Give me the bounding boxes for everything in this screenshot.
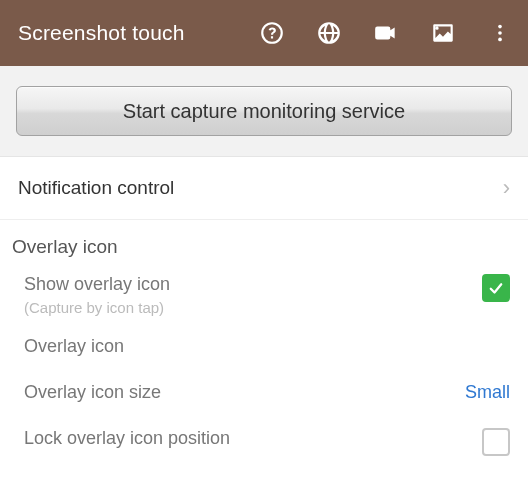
overlay-icon-setting[interactable]: Overlay icon bbox=[0, 326, 528, 372]
notification-control-row[interactable]: Notification control › bbox=[0, 157, 528, 220]
globe-icon[interactable] bbox=[315, 19, 343, 47]
chevron-right-icon: › bbox=[503, 175, 510, 201]
more-vert-icon[interactable] bbox=[486, 19, 514, 47]
overlay-icon-label: Overlay icon bbox=[24, 336, 124, 357]
overlay-section-header: Overlay icon bbox=[0, 220, 528, 264]
image-icon[interactable] bbox=[429, 19, 457, 47]
app-bar: Screenshot touch bbox=[0, 0, 528, 66]
overlay-icon-size-label: Overlay icon size bbox=[24, 382, 161, 403]
show-overlay-checkbox[interactable] bbox=[482, 274, 510, 302]
start-capture-button[interactable]: Start capture monitoring service bbox=[16, 86, 512, 136]
notification-control-label: Notification control bbox=[18, 177, 174, 199]
help-circle-icon[interactable] bbox=[258, 19, 286, 47]
lock-overlay-position-checkbox[interactable] bbox=[482, 428, 510, 456]
show-overlay-label: Show overlay icon bbox=[24, 274, 170, 295]
lock-overlay-position-setting[interactable]: Lock overlay icon position bbox=[0, 418, 528, 466]
app-bar-actions bbox=[258, 19, 514, 47]
svg-point-0 bbox=[498, 25, 502, 29]
svg-point-2 bbox=[498, 38, 502, 42]
content-area: Start capture monitoring service Notific… bbox=[0, 66, 528, 466]
overlay-icon-size-setting[interactable]: Overlay icon size Small bbox=[0, 372, 528, 418]
svg-point-1 bbox=[498, 31, 502, 35]
show-overlay-sublabel: (Capture by icon tap) bbox=[24, 299, 170, 316]
app-title: Screenshot touch bbox=[18, 21, 185, 45]
videocam-icon[interactable] bbox=[372, 19, 400, 47]
show-overlay-icon-setting[interactable]: Show overlay icon (Capture by icon tap) bbox=[0, 264, 528, 326]
start-button-container: Start capture monitoring service bbox=[0, 66, 528, 157]
lock-overlay-position-label: Lock overlay icon position bbox=[24, 428, 230, 449]
overlay-icon-size-value: Small bbox=[465, 382, 510, 403]
